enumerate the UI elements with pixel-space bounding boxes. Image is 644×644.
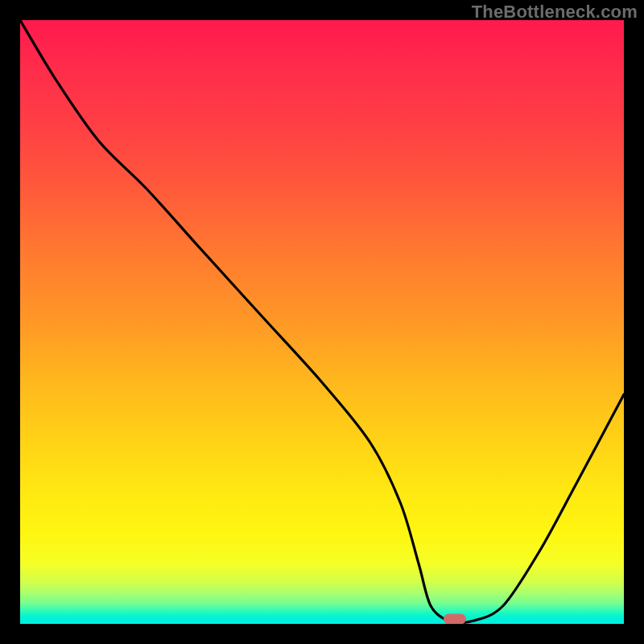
chart-frame: TheBottleneck.com bbox=[0, 0, 644, 644]
watermark-text: TheBottleneck.com bbox=[472, 2, 638, 23]
curve-svg bbox=[20, 20, 624, 624]
bottleneck-curve-path bbox=[20, 20, 624, 623]
plot-area bbox=[20, 20, 624, 624]
minimum-marker bbox=[444, 614, 466, 624]
